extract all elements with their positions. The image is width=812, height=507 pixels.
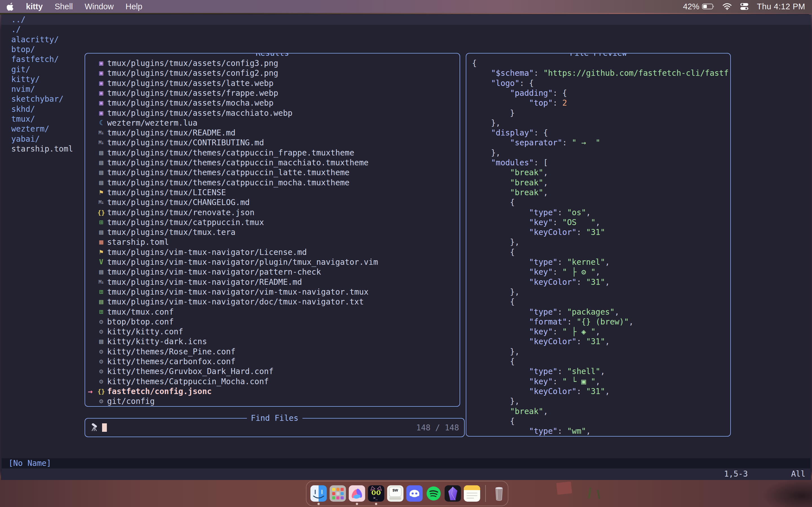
- result-file-path: tmux/plugins/tmux/themes/catppuccin_moch…: [107, 178, 350, 187]
- dock-item-notes[interactable]: [464, 482, 480, 506]
- preview-code-line: },: [472, 118, 500, 128]
- doc-file-icon: ▤: [95, 178, 107, 187]
- result-item[interactable]: ⚙kitty/kitty.conf: [85, 327, 460, 337]
- apple-menu-icon[interactable]: [7, 2, 15, 11]
- dock-item-spotify[interactable]: [425, 482, 442, 506]
- result-file-path: tmux/plugins/tmux/themes/catppuccin_latt…: [107, 168, 350, 177]
- doc-file-icon: ▤: [95, 168, 107, 177]
- result-file-path: tmux/plugins/tmux/assets/config3.png: [107, 58, 278, 68]
- sidebar-entry[interactable]: btop/: [11, 45, 35, 54]
- sidebar-entry[interactable]: nvim/: [11, 84, 35, 94]
- sidebar-entry[interactable]: yabai/: [11, 134, 40, 144]
- sidebar-entry[interactable]: starship.toml: [11, 144, 73, 154]
- result-item[interactable]: ▤tmux/plugins/vim-tmux-navigator/pattern…: [85, 267, 460, 277]
- img-file-icon: ▣: [95, 108, 107, 118]
- dock-item-superwhisper[interactable]: $W: [387, 482, 403, 506]
- telescope-icon: [90, 424, 99, 432]
- wifi-icon[interactable]: [722, 3, 732, 10]
- preview-code-line: "$schema": "https://github.com/fastfetch…: [472, 68, 728, 78]
- sidebar-entry[interactable]: ./: [11, 24, 21, 34]
- menu-item-shell[interactable]: Shell: [55, 2, 73, 11]
- result-item[interactable]: ▣tmux/plugins/tmux/assets/frappe.webp: [85, 88, 460, 98]
- dock-item-obsidian[interactable]: [445, 482, 461, 506]
- kitty-terminal-window[interactable]: .././alacritty/btop/fastfetch/git/kitty/…: [1, 14, 811, 480]
- result-item-selected[interactable]: →{}fastfetch/config.jsonc: [85, 386, 460, 396]
- svg-text:$W: $W: [393, 488, 398, 492]
- sidebar-entry[interactable]: alacritty/: [11, 35, 59, 45]
- result-file-path: tmux/plugins/tmux/tmux.tera: [107, 227, 236, 237]
- dock-item-trash[interactable]: [491, 482, 507, 506]
- preview-code-line: },: [472, 237, 520, 247]
- result-item[interactable]: ⊞tmux/plugins/vim-tmux-navigator/vim-tmu…: [85, 287, 460, 297]
- sidebar-entry[interactable]: skhd/: [11, 104, 35, 114]
- result-item[interactable]: ⚙kitty/themes/Rose_Pine.conf: [85, 347, 460, 356]
- result-item[interactable]: ▤tmux/plugins/tmux/themes/catppuccin_moc…: [85, 178, 460, 187]
- result-item[interactable]: M↓tmux/plugins/tmux/README.md: [85, 128, 460, 138]
- menu-item-window[interactable]: Window: [85, 2, 114, 11]
- menu-app-name[interactable]: kitty: [26, 2, 43, 11]
- dock-item-arc[interactable]: [349, 482, 365, 506]
- sidebar-entry[interactable]: sketchybar/: [11, 94, 63, 104]
- menu-clock[interactable]: Thu 4:12 PM: [757, 2, 805, 11]
- result-item[interactable]: ⚙kitty/themes/Gruvbox_Dark_Hard.conf: [85, 367, 460, 376]
- result-item[interactable]: {}tmux/plugins/tmux/renovate.json: [85, 208, 460, 217]
- dock-item-discord[interactable]: [406, 482, 423, 506]
- result-item[interactable]: ▤tmux/plugins/tmux/themes/catppuccin_fra…: [85, 148, 460, 158]
- find-files-prompt[interactable]: Find Files 148 / 148: [85, 418, 465, 437]
- result-file-path: kitty/kitty-dark.icns: [107, 337, 207, 346]
- result-item[interactable]: ▣tmux/plugins/tmux/assets/config2.png: [85, 68, 460, 78]
- menu-item-help[interactable]: Help: [125, 2, 142, 11]
- result-item[interactable]: ⚙kitty/themes/Catppuccin_Mocha.conf: [85, 377, 460, 386]
- result-item[interactable]: ☾wezterm/wezterm.lua: [85, 118, 460, 128]
- result-item[interactable]: ▤tmux/plugins/tmux/themes/catppuccin_mac…: [85, 158, 460, 168]
- battery-status[interactable]: 42%: [683, 2, 714, 11]
- sidebar-entry[interactable]: ../: [11, 15, 26, 24]
- preview-code-line: {: [472, 58, 477, 68]
- notes-app-icon: [464, 485, 480, 502]
- result-item[interactable]: ⚑tmux/plugins/vim-tmux-navigator/License…: [85, 247, 460, 257]
- result-item[interactable]: ▤tmux/plugins/tmux/themes/catppuccin_lat…: [85, 168, 460, 177]
- result-counter: 148 / 148: [416, 423, 459, 432]
- tmux-file-icon: ⊞: [95, 307, 107, 317]
- preview-code-line: }: [472, 108, 515, 118]
- result-item[interactable]: ▣tmux/plugins/tmux/assets/mocha.webp: [85, 98, 460, 108]
- preview-code-line: "break",: [472, 178, 548, 187]
- result-item[interactable]: ⚙btop/btop.conf: [85, 317, 460, 327]
- result-item[interactable]: ▤tmux/plugins/tmux/tmux.tera: [85, 227, 460, 237]
- result-item[interactable]: M↓tmux/plugins/vim-tmux-navigator/README…: [85, 277, 460, 287]
- result-item[interactable]: ▣tmux/plugins/tmux/assets/config3.png: [85, 58, 460, 68]
- superwhisper-app-icon: $W: [387, 485, 403, 502]
- result-item[interactable]: ⚑tmux/plugins/tmux/LICENSE: [85, 187, 460, 198]
- sidebar-entry[interactable]: kitty/: [11, 74, 40, 84]
- sidebar-entry[interactable]: wezterm/: [11, 124, 49, 134]
- sidebar-entry[interactable]: tmux/: [11, 114, 35, 124]
- result-item[interactable]: M↓tmux/plugins/tmux/CHANGELOG.md: [85, 198, 460, 207]
- obsidian-app-icon: [445, 485, 461, 502]
- sidebar-entry[interactable]: fastfetch/: [11, 54, 59, 64]
- gear-file-icon: ⚙: [95, 367, 107, 376]
- result-item[interactable]: ⊞tmux/plugins/tmux/catppuccin.tmux: [85, 217, 460, 227]
- result-file-path: tmux/plugins/vim-tmux-navigator/doc/tmux…: [107, 297, 364, 307]
- sidebar-entry[interactable]: git/: [11, 64, 30, 74]
- result-item[interactable]: ⚙git/config: [85, 396, 460, 406]
- result-item[interactable]: Vtmux/plugins/vim-tmux-navigator/plugin/…: [85, 257, 460, 267]
- result-file-path: tmux/plugins/vim-tmux-navigator/plugin/t…: [107, 257, 378, 267]
- dock-item-kitty[interactable]: >_: [368, 482, 384, 506]
- dock: >_$W: [306, 481, 508, 506]
- result-item[interactable]: ⊞tmux/tmux.conf: [85, 307, 460, 317]
- result-item[interactable]: ▤kitty/kitty-dark.icns: [85, 337, 460, 346]
- preview-code-line: },: [472, 287, 520, 297]
- result-item[interactable]: M↓tmux/plugins/tmux/CONTRIBUTING.md: [85, 138, 460, 148]
- doc-file-icon: ▤: [95, 158, 107, 168]
- result-item[interactable]: ▣tmux/plugins/tmux/assets/macchiato.webp: [85, 108, 460, 118]
- result-item[interactable]: ▤tmux/plugins/vim-tmux-navigator/doc/tmu…: [85, 297, 460, 307]
- control-center-icon[interactable]: [740, 3, 749, 10]
- result-item[interactable]: ⚙kitty/themes/carbonfox.conf: [85, 356, 460, 367]
- img-file-icon: ▣: [95, 98, 107, 108]
- dock-item-finder[interactable]: [310, 482, 327, 506]
- dock-item-launchpad[interactable]: [329, 482, 346, 506]
- preview-code-line: "type": "shell",: [472, 367, 605, 376]
- result-item[interactable]: ▣tmux/plugins/tmux/assets/latte.webp: [85, 78, 460, 88]
- result-item[interactable]: ▦starship.toml: [85, 237, 460, 247]
- result-file-path: tmux/plugins/tmux/catppuccin.tmux: [107, 217, 264, 227]
